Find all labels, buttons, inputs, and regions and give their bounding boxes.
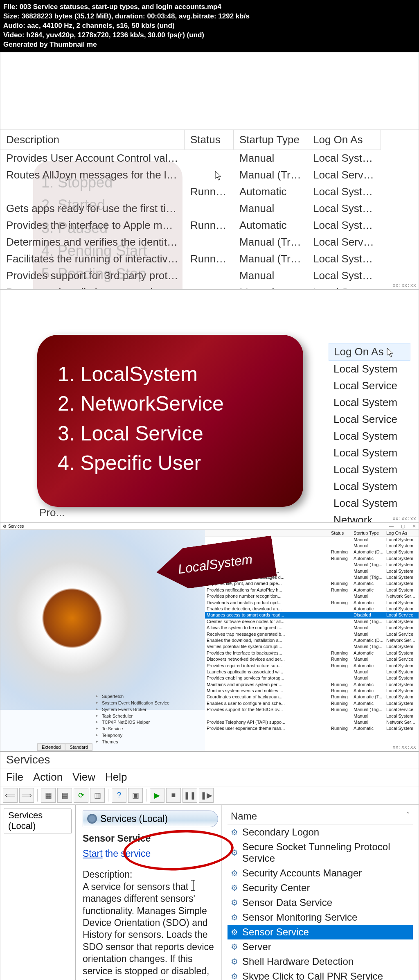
menu-file[interactable]: File	[6, 771, 23, 784]
menu-action[interactable]: Action	[33, 771, 63, 784]
table-row[interactable]: Allows the system to be configured t...M…	[205, 625, 419, 631]
table-row[interactable]: ManualLocal System	[205, 713, 419, 719]
pause-service-button[interactable]: ❚❚	[182, 788, 197, 803]
start-service-link[interactable]: Start the service	[83, 848, 218, 859]
start-service-button[interactable]: ▶	[150, 788, 164, 803]
list-item[interactable]: ⚙Server	[228, 939, 413, 954]
properties-button[interactable]: ▦	[41, 788, 56, 803]
maximize-button[interactable]: ▢	[401, 524, 405, 529]
table-row[interactable]: Discovers networked devices and ser...Ru…	[205, 656, 419, 662]
table-row[interactable]: Provides enabling services for storag...…	[205, 675, 419, 681]
list-item[interactable]: ⚙Security Center	[228, 881, 413, 895]
table-row[interactable]: Provides notifications for AutoPlay h...…	[205, 587, 419, 593]
table-row[interactable]: Maintains and improves system perf...Run…	[205, 682, 419, 688]
tree-item[interactable]: Telephony	[95, 732, 176, 739]
table-row[interactable]: Provides required infrastructure sup...R…	[205, 663, 419, 669]
back-button[interactable]: ⟸	[3, 788, 18, 803]
table-cell[interactable]: Local System	[307, 284, 381, 289]
table-cell[interactable]: Local System	[307, 150, 381, 167]
list-item[interactable]: ⚙Secondary Logon	[228, 825, 413, 840]
logon-value[interactable]: Local System	[329, 445, 410, 461]
table-cell[interactable]: Local System	[307, 267, 381, 284]
table-cell[interactable]: Manual	[234, 150, 307, 167]
table-cell[interactable]	[185, 234, 234, 251]
logon-value[interactable]: Local System	[329, 461, 410, 478]
table-cell[interactable]	[185, 284, 234, 289]
menu-view[interactable]: View	[72, 771, 95, 784]
logon-value[interactable]: Local System	[329, 428, 410, 445]
logon-value[interactable]: Local System	[329, 478, 410, 495]
col-name[interactable]: Name ˄	[228, 808, 413, 825]
tab-standard[interactable]: Standard	[65, 743, 92, 751]
help-button[interactable]: ?	[112, 788, 126, 803]
table-row[interactable]: Provides support for the NetBIOS ov...Ru…	[205, 707, 419, 713]
table-cell[interactable]: Running	[185, 183, 234, 200]
list-item[interactable]: ⚙Sensor Data Service	[228, 895, 413, 910]
service-tree[interactable]: SuperfetchSystem Event Notification Serv…	[95, 693, 176, 746]
table-cell[interactable]: Local System	[307, 200, 381, 217]
tree-item[interactable]: Te.Service	[95, 726, 176, 732]
table-row[interactable]: Manages access to smart cards read...Dis…	[205, 612, 419, 618]
logon-value[interactable]: Local System	[329, 394, 410, 411]
list-item[interactable]: ⚙Sensor Monitoring Service	[228, 910, 413, 925]
tree-item[interactable]: System Events Broker	[95, 707, 176, 713]
table-cell[interactable]: Running	[185, 217, 234, 234]
table-cell[interactable]	[185, 167, 234, 183]
sidebar-services-local[interactable]: Services (Local)	[4, 808, 72, 833]
table-row[interactable]: Receives trap messages generated b...Man…	[205, 631, 419, 637]
table-cell[interactable]: Manual	[234, 284, 307, 289]
table-cell[interactable]	[185, 200, 234, 217]
menu-help[interactable]: Help	[105, 771, 127, 784]
table-cell[interactable]: Local Service	[307, 234, 381, 251]
minimize-button[interactable]: —	[389, 524, 394, 529]
forward-button[interactable]: ⟹	[19, 788, 34, 803]
stop-service-button[interactable]: ■	[166, 788, 181, 803]
tree-item[interactable]: Task Scheduler	[95, 713, 176, 720]
table-cell[interactable]: Automatic	[234, 183, 307, 200]
console-button[interactable]: ▣	[128, 788, 143, 803]
table-row[interactable]: Provides user experience theme man...Run…	[205, 725, 419, 732]
list-item[interactable]: ⚙Skype Click to Call PNR Service	[228, 969, 413, 980]
table-row[interactable]: Downloads and installs product upd...Run…	[205, 600, 419, 606]
table-cell[interactable]	[185, 267, 234, 284]
col-startup-type[interactable]: Startup Type	[234, 130, 307, 150]
tab-extended[interactable]: Extended	[37, 743, 65, 751]
table-row[interactable]: Launches applications associated wi...Ma…	[205, 669, 419, 675]
table-cell[interactable]: Local System	[307, 183, 381, 200]
table-cell[interactable]: Local Service	[307, 167, 381, 183]
restart-service-button[interactable]: ❚▶	[199, 788, 214, 803]
col-description[interactable]: Description	[0, 130, 185, 150]
table-row[interactable]: Monitors system events and notifies ...R…	[205, 688, 419, 694]
table-cell[interactable]	[185, 150, 234, 167]
table-row[interactable]: Enables the download, installation a...A…	[205, 637, 419, 644]
table-cell[interactable]: Running	[185, 251, 234, 267]
logon-value[interactable]: Local System	[329, 495, 410, 512]
logon-value[interactable]: Local System	[329, 361, 410, 377]
table-cell[interactable]: Local System	[307, 217, 381, 234]
table-row[interactable]: Verifies potential file system corrupti.…	[205, 644, 419, 650]
table-cell[interactable]: Manual (Trig...	[234, 234, 307, 251]
table-row[interactable]: Provides phone number recognition...Manu…	[205, 593, 419, 599]
table-cell[interactable]: Manual	[234, 200, 307, 217]
list-item[interactable]: ⚙Security Accounts Manager	[228, 866, 413, 881]
close-button[interactable]: ✕	[412, 524, 416, 529]
logon-value[interactable]: Local Service	[329, 411, 410, 428]
tree-item[interactable]: TCP/IP NetBIOS Helper	[95, 719, 176, 726]
export-button[interactable]: ▤	[57, 788, 72, 803]
table-cell[interactable]: Manual (Trig...	[234, 167, 307, 183]
table-cell[interactable]: Automatic	[234, 217, 307, 234]
list-item[interactable]: ⚙Secure Socket Tunneling Protocol Servic…	[228, 840, 413, 866]
table-cell[interactable]: Manual (Trig...	[234, 251, 307, 267]
table-row[interactable]: Coordinates execution of backgroun...Run…	[205, 694, 419, 700]
table-cell[interactable]: Local System	[307, 251, 381, 267]
table-row[interactable]: Enables a user to configure and sche...R…	[205, 700, 419, 707]
col-status[interactable]: Status	[185, 130, 234, 150]
mini-table-header[interactable]: Status Startup Type Log On As	[205, 530, 419, 537]
table-row[interactable]: Provides Telephony API (TAPI) suppo...Ma…	[205, 719, 419, 725]
export-list-button[interactable]: ▥	[90, 788, 105, 803]
table-row[interactable]: Enables the detection, download an...Aut…	[205, 606, 419, 612]
list-item[interactable]: ⚙Sensor Service	[228, 925, 413, 939]
table-cell[interactable]: Manual	[234, 267, 307, 284]
col-log-on-as[interactable]: Log On As	[329, 343, 410, 361]
tree-item[interactable]: System Event Notification Service	[95, 700, 176, 707]
